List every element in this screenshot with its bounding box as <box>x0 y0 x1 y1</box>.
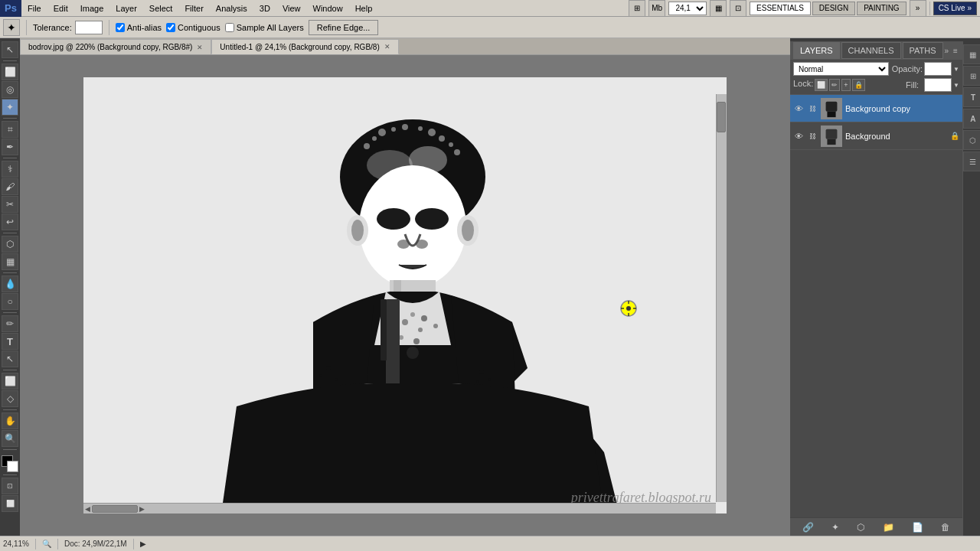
eraser-tool[interactable]: ⬡ <box>2 236 18 253</box>
layout-icon[interactable]: ▦ <box>710 0 727 17</box>
panel-menu-icon[interactable]: ≡ <box>952 45 959 57</box>
opacity-input[interactable]: 100% <box>924 62 952 76</box>
tool-sep-7 <box>3 370 17 370</box>
blur-tool[interactable]: 💧 <box>2 276 18 292</box>
painting-btn[interactable]: PAINTING <box>857 2 906 15</box>
menu-select[interactable]: Select <box>143 0 179 16</box>
path-select-tool[interactable]: ↖ <box>2 350 18 367</box>
tab-untitled[interactable]: Untitled-1 @ 24,1% (Background copy, RGB… <box>211 39 398 54</box>
hand-tool[interactable]: ✋ <box>2 412 18 429</box>
h-scroll-thumb[interactable] <box>92 505 138 513</box>
lock-all-icon[interactable]: + <box>841 79 850 91</box>
layer-eye-bg[interactable]: 👁 <box>793 131 804 142</box>
background-color[interactable] <box>7 461 18 472</box>
quick-mask-btn[interactable]: ⊡ <box>2 478 18 494</box>
layers-tab-channels[interactable]: CHANNELS <box>841 42 901 59</box>
3d-tool[interactable]: ◇ <box>2 390 18 407</box>
scroll-left-arrow[interactable]: ◀ <box>85 505 90 513</box>
spot-heal-tool[interactable]: ⚕ <box>2 161 18 178</box>
layers-tab-layers[interactable]: LAYERS <box>793 42 840 59</box>
lasso-tool[interactable]: ◎ <box>2 81 18 98</box>
layer-item-bg-copy[interactable]: 👁 ⛓ Background copy <box>790 95 962 122</box>
mode-icon-b[interactable]: Mb <box>648 0 665 17</box>
tolerance-input[interactable]: 45 <box>75 21 103 34</box>
text-tool[interactable]: T <box>2 333 18 350</box>
fill-label: Fill: <box>906 80 923 90</box>
collapse-panel-icon[interactable]: » <box>943 45 951 57</box>
gradient-tool[interactable]: ▦ <box>2 253 18 270</box>
pen-tool[interactable]: ✏ <box>2 315 18 332</box>
scroll-right-arrow[interactable]: ▶ <box>139 505 145 513</box>
layer-chain-bg[interactable]: ⛓ <box>807 131 818 142</box>
lock-pixels-icon[interactable]: ⬜ <box>815 79 828 91</box>
screen-mode-btn[interactable]: ⬜ <box>2 495 18 512</box>
zoom-icon[interactable]: 🔍 <box>42 540 51 548</box>
crop-tool[interactable]: ⌗ <box>2 121 18 138</box>
adj-icon[interactable]: ☰ <box>963 152 980 171</box>
tab-bodrov-close[interactable]: ✕ <box>197 44 203 51</box>
tab-bodrov[interactable]: bodrov.jpg @ 220% (Background copy, RGB/… <box>20 39 211 54</box>
refine-edge-button[interactable]: Refine Edge... <box>309 20 379 35</box>
menu-3d[interactable]: 3D <box>253 0 276 16</box>
menu-edit[interactable]: Edit <box>47 0 74 16</box>
eyedropper-tool[interactable]: ✒ <box>2 139 18 155</box>
opacity-arrow[interactable]: ▼ <box>953 66 959 73</box>
menu-help[interactable]: Help <box>349 0 379 16</box>
move-tool[interactable]: ↖ <box>2 41 18 58</box>
menu-view[interactable]: View <box>276 0 307 16</box>
clone-tool[interactable]: ✂ <box>2 196 18 213</box>
menu-layer[interactable]: Layer <box>109 0 143 16</box>
info-panel-icon[interactable]: ⊞ <box>963 66 980 86</box>
layers-tab-paths[interactable]: PATHS <box>903 42 943 59</box>
layer-item-bg[interactable]: 👁 ⛓ Background 🔒 <box>790 122 962 150</box>
layer-chain-bg-copy[interactable]: ⛓ <box>807 103 818 114</box>
clone-src-icon[interactable]: ⬡ <box>963 130 980 150</box>
shape-tool[interactable]: ⬜ <box>2 373 18 390</box>
new-group-icon[interactable]: 📁 <box>880 520 897 534</box>
lock-position-icon[interactable]: ✏ <box>829 79 840 91</box>
brush-tool[interactable]: 🖌 <box>2 178 18 195</box>
new-layer-icon[interactable]: 📄 <box>909 520 926 534</box>
design-btn[interactable]: DESIGN <box>812 2 855 15</box>
para-icon[interactable]: A <box>963 109 980 129</box>
essentials-btn[interactable]: ESSENTIALS <box>750 2 811 15</box>
contiguous-checkbox[interactable] <box>166 23 175 32</box>
menu-analysis[interactable]: Analysis <box>210 0 253 16</box>
menu-window[interactable]: Window <box>307 0 349 16</box>
anti-alias-checkbox[interactable] <box>116 23 125 32</box>
screen-icon[interactable]: ⊡ <box>730 0 746 17</box>
link-layers-icon[interactable]: 🔗 <box>799 520 817 534</box>
v-scroll-thumb[interactable] <box>717 102 726 132</box>
magic-wand-tool[interactable]: ✦ <box>2 99 18 116</box>
zoom-select[interactable]: 24,1 <box>668 2 707 15</box>
tab-bodrov-label: bodrov.jpg @ 220% (Background copy, RGB/… <box>28 43 192 51</box>
char-icon[interactable]: T <box>963 87 980 107</box>
histogram-icon[interactable]: ▦ <box>963 44 980 64</box>
menu-filter[interactable]: Filter <box>178 0 209 16</box>
tab-untitled-close[interactable]: ✕ <box>384 43 390 51</box>
dodge-tool[interactable]: ○ <box>2 293 18 310</box>
brush-mode-icon[interactable]: ⊞ <box>629 0 645 17</box>
marquee-tool[interactable]: ⬜ <box>2 64 18 80</box>
cs-live-btn[interactable]: CS Live » <box>933 2 977 15</box>
zoom-tool[interactable]: 🔍 <box>2 430 18 447</box>
layer-eye-bg-copy[interactable]: 👁 <box>793 103 804 114</box>
fill-input[interactable]: 100% <box>924 78 952 92</box>
history-brush-tool[interactable]: ↩ <box>2 214 18 230</box>
color-swatches[interactable] <box>2 455 18 472</box>
menu-image[interactable]: Image <box>74 0 110 16</box>
menu-file[interactable]: File <box>21 0 47 16</box>
vertical-scrollbar[interactable] <box>716 94 727 502</box>
magic-wand-option-icon[interactable]: ✦ <box>3 19 20 36</box>
next-frame-btn[interactable]: ▶ <box>140 540 146 548</box>
canvas-viewport[interactable]: privettrafaret.blogspot.ru ◀ ▶ <box>20 55 790 536</box>
lock-lock-icon[interactable]: 🔒 <box>852 79 865 91</box>
more-icon[interactable]: » <box>910 0 926 17</box>
fill-arrow[interactable]: ▼ <box>953 82 959 89</box>
blend-mode-select[interactable]: Normal <box>793 62 889 76</box>
layer-mask-icon[interactable]: ⬡ <box>854 520 867 534</box>
delete-layer-icon[interactable]: 🗑 <box>938 520 953 534</box>
layer-style-icon[interactable]: ✦ <box>828 520 842 534</box>
sample-all-checkbox[interactable] <box>225 23 234 32</box>
horizontal-scrollbar[interactable]: ◀ ▶ <box>83 503 716 514</box>
